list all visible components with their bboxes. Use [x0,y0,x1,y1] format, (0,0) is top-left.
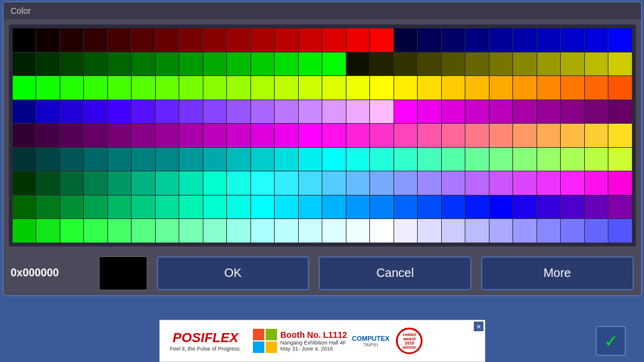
color-cell[interactable] [370,28,394,52]
color-cell[interactable] [13,171,36,195]
color-cell[interactable] [489,124,513,147]
color-cell[interactable] [36,195,60,219]
color-cell[interactable] [36,76,60,100]
color-cell[interactable] [60,219,84,243]
color-cell[interactable] [513,52,537,76]
color-cell[interactable] [13,219,36,243]
color-cell[interactable] [465,219,489,243]
color-cell[interactable] [394,171,418,195]
color-cell[interactable] [489,148,513,171]
color-cell[interactable] [394,195,418,219]
color-cell[interactable] [537,148,561,171]
color-cell[interactable] [465,76,489,100]
color-cell[interactable] [84,195,107,219]
color-cell[interactable] [608,171,632,195]
color-cell[interactable] [84,124,107,147]
color-cell[interactable] [203,171,227,195]
color-cell[interactable] [346,148,370,171]
color-cell[interactable] [346,195,370,219]
color-cell[interactable] [275,28,298,52]
color-cell[interactable] [442,100,465,124]
color-cell[interactable] [346,124,370,147]
color-cell[interactable] [322,148,346,171]
color-cell[interactable] [465,52,489,76]
color-cell[interactable] [394,76,418,100]
color-cell[interactable] [537,171,561,195]
color-cell[interactable] [370,219,394,243]
color-cell[interactable] [394,28,418,52]
color-cell[interactable] [156,76,179,100]
color-cell[interactable] [108,148,132,171]
color-cell[interactable] [465,28,489,52]
color-cell[interactable] [36,219,60,243]
color-cell[interactable] [275,219,298,243]
color-cell[interactable] [156,52,179,76]
color-cell[interactable] [585,171,608,195]
color-cell[interactable] [322,76,346,100]
color-cell[interactable] [36,100,60,124]
color-cell[interactable] [108,76,132,100]
color-cell[interactable] [561,76,584,100]
color-cell[interactable] [179,195,203,219]
color-cell[interactable] [251,171,275,195]
color-cell[interactable] [227,124,250,147]
color-cell[interactable] [322,52,346,76]
color-cell[interactable] [203,100,227,124]
color-cell[interactable] [36,28,60,52]
color-cell[interactable] [442,76,465,100]
color-cell[interactable] [346,52,370,76]
color-cell[interactable] [561,124,584,147]
color-cell[interactable] [442,195,465,219]
color-cell[interactable] [513,171,537,195]
color-cell[interactable] [346,100,370,124]
color-cell[interactable] [585,148,608,171]
color-cell[interactable] [132,28,155,52]
color-cell[interactable] [489,52,513,76]
color-cell[interactable] [442,52,465,76]
color-cell[interactable] [394,124,418,147]
color-cell[interactable] [251,195,275,219]
color-cell[interactable] [608,100,632,124]
color-cell[interactable] [489,171,513,195]
color-cell[interactable] [13,100,36,124]
color-cell[interactable] [36,52,60,76]
color-cell[interactable] [203,124,227,147]
color-cell[interactable] [251,76,275,100]
color-cell[interactable] [322,100,346,124]
color-cell[interactable] [60,76,84,100]
color-cell[interactable] [513,124,537,147]
color-cell[interactable] [36,171,60,195]
color-cell[interactable] [179,100,203,124]
color-cell[interactable] [418,148,441,171]
color-cell[interactable] [13,124,36,147]
color-cell[interactable] [156,195,179,219]
color-cell[interactable] [537,52,561,76]
color-cell[interactable] [299,28,322,52]
color-cell[interactable] [108,28,132,52]
color-cell[interactable] [60,52,84,76]
color-cell[interactable] [442,124,465,147]
color-cell[interactable] [156,148,179,171]
color-cell[interactable] [370,124,394,147]
color-cell[interactable] [608,28,632,52]
color-cell[interactable] [370,100,394,124]
color-cell[interactable] [322,195,346,219]
color-cell[interactable] [513,195,537,219]
color-cell[interactable] [132,195,155,219]
close-ad-button[interactable]: ✕ [474,322,483,331]
color-cell[interactable] [561,171,584,195]
color-cell[interactable] [84,219,107,243]
color-cell[interactable] [251,52,275,76]
color-cell[interactable] [13,28,36,52]
color-cell[interactable] [513,28,537,52]
color-cell[interactable] [179,171,203,195]
color-cell[interactable] [418,124,441,147]
color-cell[interactable] [418,100,441,124]
color-cell[interactable] [561,148,584,171]
color-cell[interactable] [251,148,275,171]
color-cell[interactable] [442,28,465,52]
color-cell[interactable] [203,148,227,171]
color-cell[interactable] [489,219,513,243]
color-cell[interactable] [442,148,465,171]
color-cell[interactable] [132,171,155,195]
